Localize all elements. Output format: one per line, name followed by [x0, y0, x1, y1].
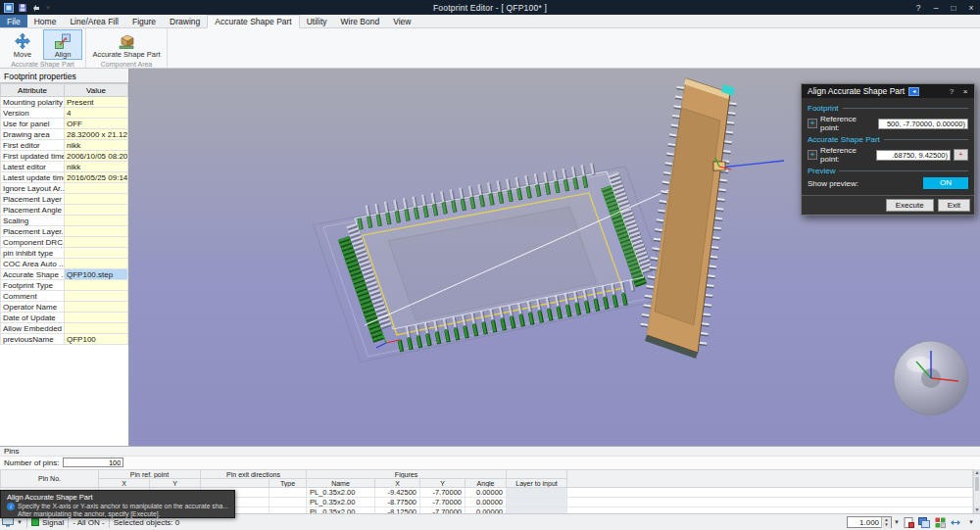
design-check-icon[interactable]: [933, 516, 947, 529]
move-button[interactable]: Move: [3, 29, 42, 60]
pin-cell[interactable]: -8.77500: [375, 498, 420, 507]
undo-icon[interactable]: [31, 3, 41, 13]
property-value[interactable]: [65, 323, 128, 334]
tab-home[interactable]: Home: [27, 15, 64, 27]
tab-utility[interactable]: Utility: [300, 15, 334, 27]
pins-column-header[interactable]: Pin exit directions: [201, 470, 307, 479]
display-dropdown-icon[interactable]: ▼: [17, 519, 23, 525]
property-value[interactable]: [65, 280, 128, 291]
pin-cell[interactable]: 0.00000: [466, 488, 507, 498]
pin-cell[interactable]: [507, 488, 567, 498]
pins-column-header[interactable]: [567, 470, 973, 488]
pin-cell[interactable]: [507, 507, 567, 514]
asp-ref-point-input[interactable]: [876, 150, 951, 161]
property-value[interactable]: Present: [65, 97, 128, 108]
dialog-help-icon[interactable]: ?: [945, 87, 958, 96]
pins-column-header[interactable]: X: [99, 479, 150, 488]
tab-file[interactable]: File: [0, 15, 27, 27]
property-row[interactable]: Placement Angle: [1, 205, 128, 216]
layer-display-icon[interactable]: [917, 516, 931, 529]
property-row[interactable]: Ignore Layout Ar...: [1, 183, 128, 194]
display-mode-control[interactable]: ▼: [2, 517, 23, 527]
help-button[interactable]: ?: [909, 0, 927, 15]
property-row[interactable]: Component DRC...: [1, 237, 128, 248]
property-value[interactable]: 28.32000 x 21.12000: [65, 129, 128, 140]
pins-column-header[interactable]: Y: [150, 479, 201, 488]
pins-column-header[interactable]: Name: [307, 479, 375, 488]
property-row[interactable]: Date of Update: [1, 313, 128, 323]
pins-column-header[interactable]: Y: [420, 479, 466, 488]
pin-cell[interactable]: 0.00000: [466, 498, 507, 507]
execute-button[interactable]: Execute: [886, 199, 934, 212]
property-value[interactable]: [65, 226, 128, 237]
property-row[interactable]: Placement Layer: [1, 194, 128, 205]
tab-accurate-shape-part[interactable]: Accurate Shape Part: [207, 15, 299, 28]
property-value[interactable]: nikk: [65, 162, 128, 172]
property-row[interactable]: Placement Layer...: [1, 226, 128, 237]
dock-icon[interactable]: ◂: [908, 87, 919, 96]
scroll-down-icon[interactable]: ▼: [974, 506, 980, 513]
show-preview-toggle[interactable]: ON: [923, 177, 968, 189]
properties-column-attribute[interactable]: Attribute: [1, 84, 65, 97]
property-row[interactable]: pin inhibit type: [1, 248, 128, 259]
property-value[interactable]: QFP100: [65, 334, 128, 345]
property-row[interactable]: Use for panelOFF: [1, 119, 128, 129]
property-value[interactable]: QFP100.step: [65, 269, 128, 280]
pins-column-header[interactable]: [201, 479, 270, 488]
pin-cell[interactable]: -7.70000: [420, 488, 466, 498]
property-value[interactable]: [65, 291, 128, 302]
close-button[interactable]: ×: [962, 0, 980, 15]
property-value[interactable]: OFF: [65, 119, 128, 129]
pan-arrows-icon[interactable]: [949, 516, 962, 529]
property-value[interactable]: [65, 259, 128, 269]
property-row[interactable]: Latest editornikk: [1, 162, 128, 172]
property-value[interactable]: 2016/05/25 09:14:45: [65, 172, 128, 183]
expand-asp-icon[interactable]: +: [808, 150, 817, 160]
zoom-dropdown-icon[interactable]: ▼: [894, 519, 900, 525]
zoom-control[interactable]: 1.000 ▲▼: [847, 516, 892, 528]
pin-cell[interactable]: 0.00000: [466, 507, 507, 514]
tab-drawing[interactable]: Drawing: [163, 15, 207, 27]
property-row[interactable]: Mounting polarityPresent: [1, 97, 128, 108]
property-value[interactable]: 2006/10/05 08:20:04: [65, 151, 128, 162]
property-value[interactable]: 4: [65, 108, 128, 119]
scroll-up-icon[interactable]: ▲: [974, 469, 980, 476]
property-value[interactable]: [65, 183, 128, 194]
property-row[interactable]: Comment: [1, 291, 128, 302]
align-button[interactable]: Align: [43, 29, 82, 60]
tab-wire-bond[interactable]: Wire Bond: [334, 15, 387, 27]
maximize-button[interactable]: □: [945, 0, 962, 15]
property-row[interactable]: Allow Embedded: [1, 323, 128, 334]
property-value[interactable]: [65, 194, 128, 205]
zoom-value[interactable]: 1.000: [848, 518, 881, 527]
viewport[interactable]: Align Accurate Shape Part ◂ ? × Footprin…: [129, 69, 980, 446]
pin-cell[interactable]: -7.70000: [420, 507, 466, 514]
zoom-spinner[interactable]: ▲▼: [881, 517, 891, 528]
property-row[interactable]: Drawing area28.32000 x 21.12000: [1, 129, 128, 140]
view-orientation-sphere[interactable]: [894, 341, 968, 415]
pin-cell[interactable]: [270, 498, 307, 507]
pin-cell[interactable]: [270, 507, 307, 514]
property-row[interactable]: COC Area Auto ...: [1, 259, 128, 269]
minimize-button[interactable]: –: [927, 0, 945, 15]
pin-cell[interactable]: -9.42500: [375, 488, 420, 498]
property-row[interactable]: previousNameQFP100: [1, 334, 128, 345]
property-row[interactable]: Scaling: [1, 216, 128, 226]
properties-column-value[interactable]: Value: [65, 84, 128, 97]
pins-column-header[interactable]: Type: [270, 479, 307, 488]
property-value[interactable]: [65, 216, 128, 226]
layer-filter[interactable]: - All ON -: [73, 518, 104, 527]
dialog-close-icon[interactable]: ×: [958, 87, 972, 96]
scrollbar-thumb[interactable]: [975, 477, 979, 491]
pin-cell[interactable]: PL_0.35x2.00: [307, 507, 375, 514]
property-value[interactable]: nikk: [65, 140, 128, 151]
pins-column-header[interactable]: [507, 470, 567, 479]
property-value[interactable]: [65, 313, 128, 323]
property-row[interactable]: First updated time2006/10/05 08:20:04: [1, 151, 128, 162]
footprint-ref-point-input[interactable]: [878, 119, 968, 129]
property-row[interactable]: Latest update time2016/05/25 09:14:45: [1, 172, 128, 183]
property-value[interactable]: [65, 302, 128, 313]
property-value[interactable]: [65, 205, 128, 216]
tab-figure[interactable]: Figure: [125, 15, 163, 27]
accurate-shape-part-button[interactable]: Accurate Shape Part: [89, 29, 164, 60]
